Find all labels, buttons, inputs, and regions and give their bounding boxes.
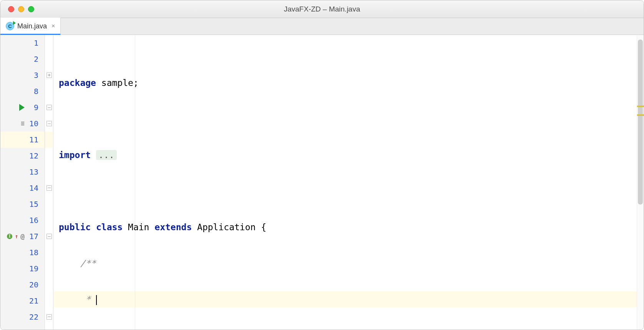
line-number: 15 [27, 196, 38, 212]
code-line[interactable]: package sample; [53, 75, 637, 91]
runnable-decorator-icon [13, 21, 16, 25]
line-number: 22 [27, 309, 38, 325]
expand-fold-icon[interactable] [46, 73, 52, 78]
line-number: 2 [27, 51, 38, 67]
line-number: 21 [27, 293, 38, 309]
file-icon-letter: C [8, 23, 12, 29]
fold-end-icon[interactable] [46, 185, 52, 191]
line-number: 14 [27, 180, 38, 196]
scrollbar-thumb[interactable] [638, 40, 643, 205]
window-titlebar: JavaFX-ZD – Main.java [0, 0, 644, 18]
overrides-super-icon: ↑ [15, 228, 18, 244]
line-number: 3 [27, 67, 38, 83]
editor-scrollbar[interactable] [637, 35, 644, 330]
imports-folded-badge[interactable]: ... [96, 150, 117, 160]
collapse-fold-icon[interactable] [46, 105, 52, 110]
line-number: 16 [27, 212, 38, 228]
run-class-gutter-icon[interactable] [19, 104, 25, 111]
line-number: 18 [27, 244, 38, 261]
line-number: 9 [27, 99, 38, 116]
code-line[interactable]: * @param primaryStage [53, 327, 637, 330]
editor-tabbar: C Main.java × [0, 18, 644, 35]
collapse-fold-icon[interactable] [46, 121, 52, 126]
tab-filename: Main.java [17, 22, 47, 30]
code-line-current[interactable]: * [53, 291, 637, 307]
line-number-gutter[interactable]: 1 2 3 8 9 ≣10 11 12 13 14 15 16 I ↑ @ 17… [0, 35, 45, 330]
fold-strip[interactable] [45, 35, 53, 330]
align-paragraph-icon: ≣ [21, 116, 25, 132]
code-line[interactable] [53, 111, 637, 127]
code-line[interactable] [53, 183, 637, 199]
warning-stripe-mark[interactable] [637, 114, 644, 116]
line-number: 10 [27, 116, 38, 132]
java-class-file-icon: C [6, 22, 14, 30]
code-line[interactable]: public class Main extends Application { [53, 219, 637, 235]
window-title: JavaFX-ZD – Main.java [0, 5, 644, 13]
close-tab-button[interactable]: × [51, 23, 55, 30]
fold-end-icon[interactable] [46, 314, 52, 320]
code-area[interactable]: package sample; import ... public class … [53, 35, 637, 330]
tab-main-java[interactable]: C Main.java × [0, 18, 61, 35]
code-editor[interactable]: 1 2 3 8 9 ≣10 11 12 13 14 15 16 I ↑ @ 17… [0, 35, 644, 330]
line-number: 11 [27, 132, 38, 148]
line-number: 8 [27, 83, 38, 99]
line-number: 19 [27, 261, 38, 277]
collapse-fold-icon[interactable] [46, 234, 52, 239]
code-line[interactable]: import ... [53, 147, 637, 163]
line-number: 13 [27, 164, 38, 180]
line-number: 17 [27, 228, 38, 244]
line-number: 1 [27, 35, 38, 51]
override-annotation-icon: @ [20, 228, 25, 244]
line-number: 12 [27, 148, 38, 164]
implemented-method-icon[interactable]: I [7, 234, 12, 239]
code-line[interactable]: /** [53, 255, 637, 271]
warning-stripe-mark[interactable] [637, 106, 644, 107]
text-caret [96, 295, 97, 305]
indent-guide [135, 35, 135, 330]
line-number: 20 [27, 277, 38, 293]
